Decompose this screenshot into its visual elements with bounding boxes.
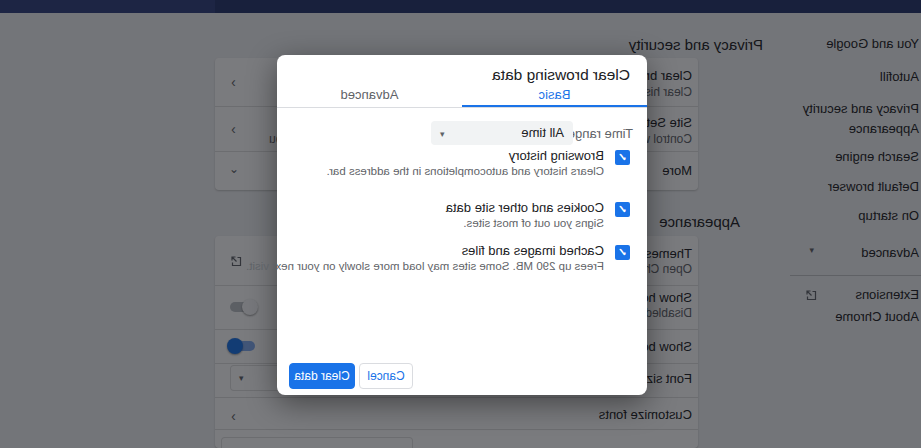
cached-images-description: Frees up 290 MB. Some sites may load mor… xyxy=(246,260,604,272)
clear-data-button[interactable]: Clear data xyxy=(289,363,355,389)
browsing-history-description: Clears history and autocompletions in th… xyxy=(327,165,604,177)
chevron-down-icon: ▾ xyxy=(440,122,445,146)
cached-images-checkbox[interactable]: ✓ xyxy=(615,245,630,260)
clear-browsing-data-dialog: Clear browsing data Basic Advanced Time … xyxy=(277,55,647,395)
browsing-history-checkbox[interactable]: ✓ xyxy=(615,150,630,165)
cancel-button[interactable]: Cancel xyxy=(359,363,413,389)
tabs-divider xyxy=(277,107,647,108)
cookies-title: Cookies and other site data xyxy=(446,200,604,215)
browsing-history-title: Browsing history xyxy=(509,148,604,163)
cached-images-title: Cached images and files xyxy=(462,243,604,258)
time-range-select[interactable]: All time ▾ xyxy=(431,121,573,145)
mirrored-screen: You and Google Autofill Privacy and secu… xyxy=(0,0,921,448)
cookies-description: Signs you out of most sites. xyxy=(463,217,604,229)
tab-basic[interactable]: Basic xyxy=(462,85,647,107)
dialog-tabs: Basic Advanced xyxy=(277,85,647,107)
dialog-title: Clear browsing data xyxy=(492,66,630,84)
tab-advanced[interactable]: Advanced xyxy=(277,85,462,107)
cookies-checkbox[interactable]: ✓ xyxy=(615,202,630,217)
time-range-label: Time range xyxy=(568,126,633,141)
time-range-value: All time xyxy=(521,125,573,140)
